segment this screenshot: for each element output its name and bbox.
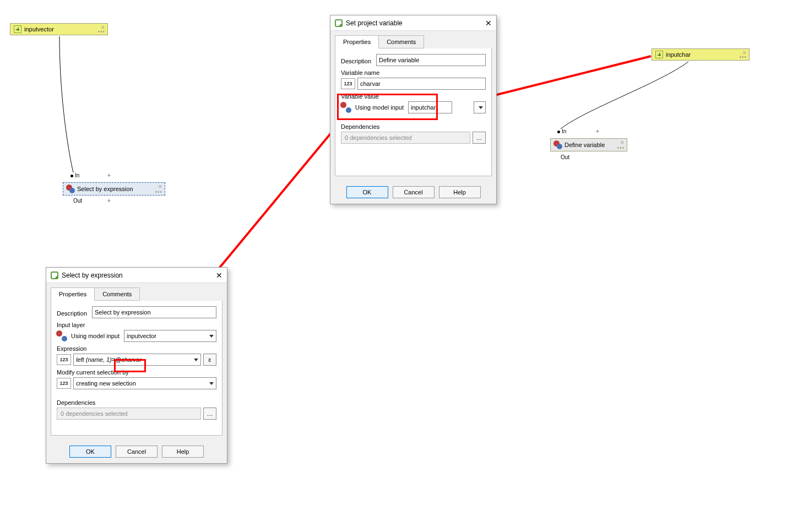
description-label: Description <box>57 310 90 317</box>
dependencies-browse-button[interactable]: … <box>473 132 486 144</box>
epsilon-icon: ε <box>209 356 211 363</box>
description-input[interactable] <box>376 54 486 66</box>
dots-icon[interactable]: ••• <box>97 29 105 35</box>
param-inputvector[interactable]: inputvector ✕ ••• <box>10 23 108 35</box>
plus-icon <box>14 25 21 33</box>
tab-properties[interactable]: Properties <box>51 287 95 301</box>
dots-icon[interactable]: ••• <box>739 54 747 60</box>
variable-value-combo[interactable]: inputchar <box>408 101 452 113</box>
alg-select-by-expression[interactable]: Select by expression ✕ ••• <box>63 182 165 196</box>
description-label: Description <box>341 58 374 64</box>
tab-properties[interactable]: Properties <box>335 35 379 48</box>
dependencies-display: 0 dependencies selected <box>341 132 470 144</box>
alg-select-label: Select by expression <box>77 186 133 192</box>
dialog-title: Select by expression <box>62 272 123 279</box>
plus-icon <box>655 51 663 58</box>
qgis-icon <box>51 272 58 279</box>
param-inputchar[interactable]: inputchar ✕ ••• <box>651 48 750 61</box>
gears-icon <box>554 141 562 149</box>
dialog-set-project-variable: Set project variable ✕ Properties Commen… <box>330 15 497 204</box>
variable-name-input[interactable] <box>357 78 486 90</box>
port-in[interactable]: In <box>70 172 79 178</box>
dots-icon[interactable]: ••• <box>155 189 162 195</box>
ok-button[interactable]: OK <box>69 446 111 458</box>
number-icon[interactable]: 123 <box>57 354 71 365</box>
dialog-title: Set project variable <box>346 19 403 27</box>
alg-definevar-label: Define variable <box>564 142 605 148</box>
close-icon[interactable]: ✕ <box>485 19 492 28</box>
variable-name-label: Variable name <box>341 69 486 76</box>
qgis-icon <box>335 19 343 27</box>
modify-selection-combo[interactable]: creating new selection <box>73 377 216 389</box>
close-icon[interactable]: ✕ <box>216 271 222 280</box>
input-layer-mode: Using model input <box>71 333 120 339</box>
dialog-select-by-expression: Select by expression ✕ Properties Commen… <box>46 267 227 464</box>
expression-builder-button[interactable]: ε <box>203 354 216 366</box>
number-icon[interactable]: 123 <box>57 378 71 389</box>
port-out-add[interactable]: + <box>107 198 111 204</box>
dependencies-label: Dependencies <box>57 399 216 406</box>
expression-input[interactable]: left (name, 1)=@charvar <box>73 354 201 366</box>
alg-define-variable[interactable]: Define variable ✕ ••• <box>550 138 627 151</box>
variable-value-selected: inputchar <box>411 104 436 111</box>
dependencies-label: Dependencies <box>341 123 486 130</box>
input-layer-combo[interactable]: inputvector <box>124 330 216 342</box>
gears-icon[interactable] <box>341 102 351 112</box>
help-button[interactable]: Help <box>439 186 481 198</box>
port-in[interactable]: In <box>557 128 566 134</box>
variable-value-label: Variable value <box>341 93 486 100</box>
modify-selection-selected: creating new selection <box>76 380 136 387</box>
cancel-button[interactable]: Cancel <box>393 186 435 198</box>
input-layer-selected: inputvector <box>127 333 156 339</box>
variable-value-mode: Using model input <box>355 104 404 111</box>
cancel-button[interactable]: Cancel <box>116 446 158 458</box>
number-icon[interactable]: 123 <box>341 78 355 89</box>
modify-selection-label: Modify current selection by <box>57 369 216 376</box>
expression-charvar: @charvar <box>115 356 142 363</box>
expression-prefix: left (name, 1)= <box>76 356 115 363</box>
port-out[interactable]: Out <box>73 198 82 204</box>
port-out[interactable]: Out <box>561 154 569 160</box>
expression-label: Expression <box>57 345 216 352</box>
help-button[interactable]: Help <box>162 446 204 458</box>
description-input[interactable] <box>92 306 216 318</box>
param-inputvector-label: inputvector <box>24 26 54 32</box>
gears-icon[interactable] <box>57 331 67 341</box>
ok-button[interactable]: OK <box>346 186 388 198</box>
titlebar[interactable]: Select by expression ✕ <box>46 268 227 283</box>
gears-icon <box>67 185 74 193</box>
tab-comments[interactable]: Comments <box>378 35 424 48</box>
titlebar[interactable]: Set project variable ✕ <box>330 15 496 31</box>
dependencies-browse-button[interactable]: … <box>203 408 216 420</box>
dots-icon[interactable]: ••• <box>617 145 625 151</box>
input-layer-label: Input layer <box>57 322 216 328</box>
port-in-add[interactable]: + <box>107 172 111 178</box>
variable-value-dropdown[interactable] <box>474 101 486 113</box>
port-in-add[interactable]: + <box>596 128 599 134</box>
dependencies-display: 0 dependencies selected <box>57 408 201 420</box>
tab-comments[interactable]: Comments <box>94 287 140 301</box>
param-inputchar-label: inputchar <box>666 51 691 58</box>
